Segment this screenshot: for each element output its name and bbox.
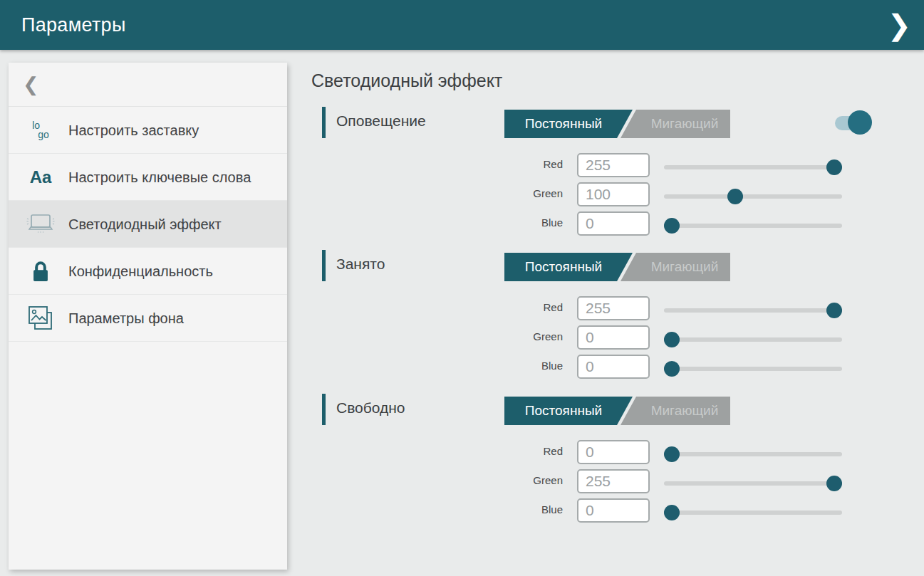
free-green-input[interactable]	[577, 469, 650, 493]
slider-thumb[interactable]	[664, 218, 680, 234]
mode-option-blinking[interactable]: Мигающий	[621, 397, 730, 425]
section-free-title: Свободно	[336, 399, 405, 417]
notification-blue-slider[interactable]	[664, 224, 842, 228]
notification-red-slider[interactable]	[664, 165, 842, 169]
green-label: Green	[456, 330, 563, 342]
page-title: Параметры	[21, 14, 126, 36]
slider-thumb[interactable]	[664, 505, 680, 520]
sidebar-item-label: Настроить ключевые слова	[68, 168, 251, 187]
slider-thumb[interactable]	[664, 361, 680, 377]
mode-option-constant[interactable]: Постоянный	[504, 397, 633, 425]
free-red-slider[interactable]	[664, 452, 842, 456]
slider-thumb[interactable]	[727, 189, 743, 204]
background-images-icon	[24, 305, 57, 332]
blue-label: Blue	[456, 216, 563, 229]
slider-thumb[interactable]	[826, 303, 842, 318]
busy-red-input[interactable]	[577, 296, 650, 320]
free-green-slider[interactable]	[664, 481, 842, 486]
notification-blue-input[interactable]	[577, 211, 650, 236]
mode-option-blinking[interactable]: Мигающий	[621, 110, 730, 138]
keywords-icon-text: Aa	[30, 167, 52, 187]
sidebar-item-label: Параметры фона	[68, 309, 184, 328]
notification-green-input[interactable]	[577, 182, 650, 206]
back-button[interactable]: ❮	[9, 63, 287, 107]
sidebar-item-background[interactable]: Параметры фона	[9, 295, 287, 342]
back-chevron-icon: ❮	[23, 73, 39, 96]
section-free-mode-segment: Постоянный Мигающий	[504, 397, 730, 425]
mode-option-blinking[interactable]: Мигающий	[621, 253, 730, 281]
section-busy-accent-bar	[322, 250, 326, 281]
busy-green-slider[interactable]	[664, 337, 842, 342]
section-notification-mode-segment: Постоянный Мигающий	[504, 110, 730, 138]
switch-knob	[848, 110, 872, 135]
notification-green-slider[interactable]	[664, 194, 842, 199]
section-busy-mode-segment: Постоянный Мигающий	[504, 253, 730, 281]
slider-thumb[interactable]	[826, 476, 842, 491]
red-label: Red	[456, 301, 563, 313]
section-free-accent-bar	[322, 394, 326, 425]
header-bar: Параметры ❯	[0, 0, 924, 50]
free-blue-input[interactable]	[577, 498, 650, 523]
logo-icon: lo go	[24, 121, 57, 140]
lock-icon	[24, 260, 57, 283]
sidebar-item-privacy[interactable]: Конфиденциальность	[9, 248, 287, 295]
busy-blue-slider[interactable]	[664, 367, 842, 371]
section-notification-enable-switch[interactable]	[835, 110, 872, 135]
blue-label: Blue	[456, 360, 563, 372]
busy-green-input[interactable]	[577, 325, 650, 350]
green-label: Green	[456, 474, 563, 486]
sidebar-item-led-effect[interactable]: Светодиодный эффект	[9, 201, 287, 248]
settings-screen: Параметры ❯ ❮ lo go Настроить заставку A…	[0, 0, 924, 576]
slider-thumb[interactable]	[664, 446, 680, 462]
slider-thumb[interactable]	[664, 332, 680, 347]
mode-option-constant[interactable]: Постоянный	[504, 253, 633, 281]
green-label: Green	[456, 187, 563, 199]
mode-option-constant[interactable]: Постоянный	[504, 110, 633, 138]
forward-chevron-icon[interactable]: ❯	[887, 11, 911, 39]
keywords-icon: Aa	[24, 167, 57, 187]
sidebar-item-keywords[interactable]: Aa Настроить ключевые слова	[9, 154, 287, 201]
sidebar: ❮ lo go Настроить заставку Aa Настроить …	[9, 63, 287, 570]
sidebar-item-label: Светодиодный эффект	[68, 215, 222, 234]
content-title: Светодиодный эффект	[311, 70, 502, 91]
busy-red-slider[interactable]	[664, 308, 842, 313]
red-label: Red	[456, 158, 563, 170]
led-monitor-icon	[24, 213, 57, 236]
free-red-input[interactable]	[577, 440, 650, 464]
section-notification-title: Оповещение	[336, 112, 426, 130]
busy-blue-input[interactable]	[577, 355, 650, 379]
blue-label: Blue	[456, 503, 563, 515]
free-blue-slider[interactable]	[664, 510, 842, 515]
section-notification-accent-bar	[322, 107, 326, 138]
red-label: Red	[456, 445, 563, 457]
logo-icon-text-bottom: go	[38, 129, 49, 140]
section-busy-title: Занято	[336, 256, 385, 273]
sidebar-item-screensaver[interactable]: lo go Настроить заставку	[9, 107, 287, 154]
notification-red-input[interactable]	[577, 153, 650, 177]
sidebar-item-label: Настроить заставку	[68, 121, 199, 140]
slider-thumb[interactable]	[826, 159, 842, 175]
sidebar-item-label: Конфиденциальность	[68, 262, 213, 281]
